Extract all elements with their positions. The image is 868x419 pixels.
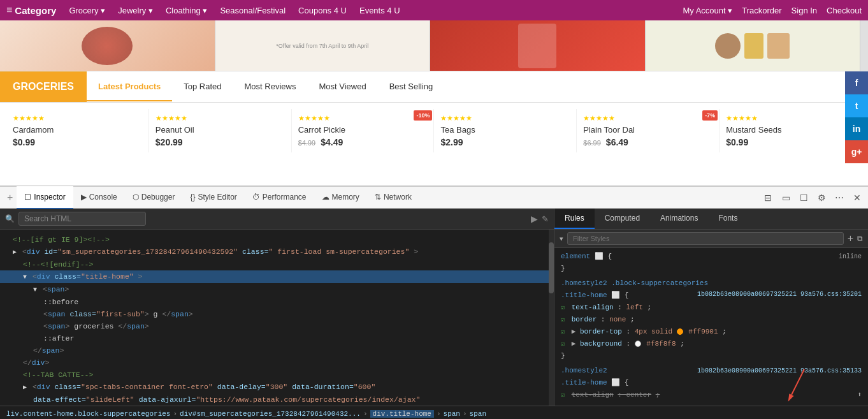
hamburger-icon[interactable]: ≡ <box>6 4 12 16</box>
tab-inspector[interactable]: ☐ Inspector <box>17 186 73 209</box>
tab-debugger[interactable]: ⬡ Debugger <box>125 186 183 209</box>
product-price: $2.99 <box>440 137 570 147</box>
product-stars: ★★★★★ <box>13 114 142 122</box>
html-line: <!--TAB CATTE--> <box>0 369 554 381</box>
googleplus-btn[interactable]: g+ <box>845 140 868 163</box>
css-checkbox[interactable]: ☑ <box>561 341 565 348</box>
css-checkbox[interactable]: ☑ <box>561 328 565 335</box>
tab-console[interactable]: ▶ Console <box>73 186 125 209</box>
nav-coupons[interactable]: Coupons 4 U <box>298 6 347 15</box>
html-line: <span> groceries </span> <box>0 320 554 332</box>
html-line-selected[interactable]: ▼ <div class="title-home" > <box>0 270 554 283</box>
play-animation-btn[interactable]: ▶ <box>531 214 538 224</box>
css-checkbox[interactable]: ☑ <box>561 304 565 311</box>
product-price: $0.99 <box>726 137 855 147</box>
html-search-input[interactable] <box>18 212 146 226</box>
tab-memory[interactable]: ☁ Memory <box>314 186 367 209</box>
page-scrollbar[interactable] <box>860 20 868 71</box>
bc-item-3-active[interactable]: div.title-home <box>370 410 434 418</box>
performance-icon: ⏱ <box>252 193 260 202</box>
nav-events[interactable]: Events 4 U <box>359 6 400 15</box>
bc-item-5[interactable]: span <box>470 410 486 418</box>
nav-cloathing[interactable]: Cloathing ▾ <box>166 6 208 15</box>
html-code-content: <!--[if gt IE 9]><!--> ▶ <div id="sm_sup… <box>0 230 554 406</box>
html-line: <span class="first-sub"> g </span> <box>0 308 554 320</box>
html-line: data-effect="slideLeft" data-ajaxurl="ht… <box>0 393 554 406</box>
css-tabs: Rules Computed Animations Fonts <box>554 209 868 230</box>
product-price: $6.49 <box>606 137 628 147</box>
tab-top-rated[interactable]: Top Rated <box>172 73 233 101</box>
html-line: </span> <box>0 344 554 357</box>
trackorder-btn[interactable]: Trackorder <box>742 6 781 15</box>
tab-network[interactable]: ⇅ Network <box>367 186 419 209</box>
tab-style-editor[interactable]: {} Style Editor <box>182 186 244 209</box>
tab-latest-products[interactable]: Latest Products <box>87 73 172 101</box>
tab-most-viewed[interactable]: Most Viewed <box>307 73 377 101</box>
settings-icon[interactable]: ⚙ <box>814 190 829 205</box>
expand-icon[interactable]: ▶ <box>13 249 17 256</box>
css-filter-input[interactable] <box>567 232 844 245</box>
css-tab-computed[interactable]: Computed <box>595 209 650 229</box>
nav-grocery[interactable]: Grocery ▾ <box>69 6 105 15</box>
style-editor-label: Style Editor <box>198 193 236 202</box>
filter-icon: ▾ <box>560 235 563 243</box>
split-vertical-icon[interactable]: ▭ <box>778 190 793 205</box>
css-panel: Rules Computed Animations Fonts ▾ + ⧉ el… <box>554 209 868 406</box>
tab-most-reviews[interactable]: Most Reviews <box>233 73 308 101</box>
expand-border-icon[interactable]: ▶ <box>572 328 576 335</box>
css-checkbox[interactable]: ☑ <box>561 316 565 323</box>
expand-bg-icon[interactable]: ▶ <box>572 340 576 348</box>
add-panel-button[interactable]: + <box>3 192 17 203</box>
product-plain-toor-dal: -7% ★★★★★ Plain Toor Dal $6.99 $6.49 <box>577 109 720 152</box>
html-panel: 🔍 ▶ ✎ <!--[if gt IE 9]><!--> ▶ <div id="… <box>0 209 554 406</box>
css-prop-background: ☑ ▶ background : #f8f8f8 ; <box>554 338 868 350</box>
linkedin-btn[interactable]: in <box>845 117 868 140</box>
css-checkbox[interactable]: ☑ <box>561 392 565 399</box>
bc-item-1[interactable]: liv.content-home.block-suppercategories <box>6 410 170 418</box>
my-account-btn[interactable]: My Account ▾ <box>683 6 732 15</box>
product-peanut-oil: ★★★★★ Peanut Oil $20.99 <box>149 109 292 152</box>
bc-item-4[interactable]: span <box>444 410 460 418</box>
expand-icon[interactable]: ▶ <box>23 384 27 391</box>
expand-icon[interactable]: ▼ <box>33 286 37 293</box>
more-options-icon[interactable]: ⋯ <box>832 190 847 205</box>
brand-area: ≡ Category <box>6 4 56 16</box>
facebook-btn[interactable]: f <box>845 71 868 94</box>
twitter-btn[interactable]: t <box>845 94 868 117</box>
pick-element-btn[interactable]: ✎ <box>542 214 549 224</box>
copy-rule-btn[interactable]: ⧉ <box>857 234 863 243</box>
css-source-link[interactable]: 1b082b63e08900a00697325221 93a576.css:35… <box>697 289 862 300</box>
html-scrollbar[interactable] <box>549 230 554 406</box>
product-stars: ★★★★★ <box>726 114 855 122</box>
color-swatch[interactable] <box>677 328 683 335</box>
bc-item-2[interactable]: div#sm_supercategories_17328427961490432… <box>180 410 361 418</box>
banner-3 <box>430 20 646 71</box>
close-devtools-btn[interactable]: ✕ <box>850 190 865 205</box>
dock-separate-icon[interactable]: ☐ <box>796 190 811 205</box>
product-old-price: $4.99 <box>298 139 316 147</box>
add-rule-btn[interactable]: + <box>848 233 853 244</box>
product-stars: ★★★★★ <box>156 114 285 122</box>
css-tab-fonts[interactable]: Fonts <box>708 209 748 229</box>
signin-btn[interactable]: Sign In <box>792 6 817 15</box>
tab-performance[interactable]: ⏱ Performance <box>245 186 314 209</box>
product-name: Mustard Seeds <box>726 125 855 135</box>
devtools-bar: + ☐ Inspector ▶ Console ⬡ Debugger {} St… <box>0 186 868 209</box>
discount-badge: -10% <box>414 110 432 121</box>
css-tab-animations[interactable]: Animations <box>650 209 708 229</box>
tab-best-selling[interactable]: Best Selling <box>378 73 445 101</box>
css-filter-bar: ▾ + ⧉ <box>554 230 868 248</box>
checkout-btn[interactable]: Checkout <box>827 6 862 15</box>
color-swatch-bg[interactable] <box>635 341 641 347</box>
expand-icon[interactable]: ▼ <box>23 274 27 281</box>
html-line: ::after <box>0 332 554 344</box>
style-editor-icon: {} <box>190 193 195 202</box>
split-horizontal-icon[interactable]: ⊟ <box>760 190 776 205</box>
nav-jewelry[interactable]: Jewelry ▾ <box>118 6 153 15</box>
devtools-right-icons: ⊟ ▭ ☐ ⚙ ⋯ ✕ <box>760 190 865 205</box>
css-tab-rules[interactable]: Rules <box>554 209 595 229</box>
network-label: Network <box>384 193 412 202</box>
comment-text: <!--[if gt IE 9]><!--> <box>13 235 110 244</box>
nav-seasonal[interactable]: Seasonal/Festival <box>220 6 286 15</box>
product-name: Carrot Pickle <box>298 125 428 135</box>
